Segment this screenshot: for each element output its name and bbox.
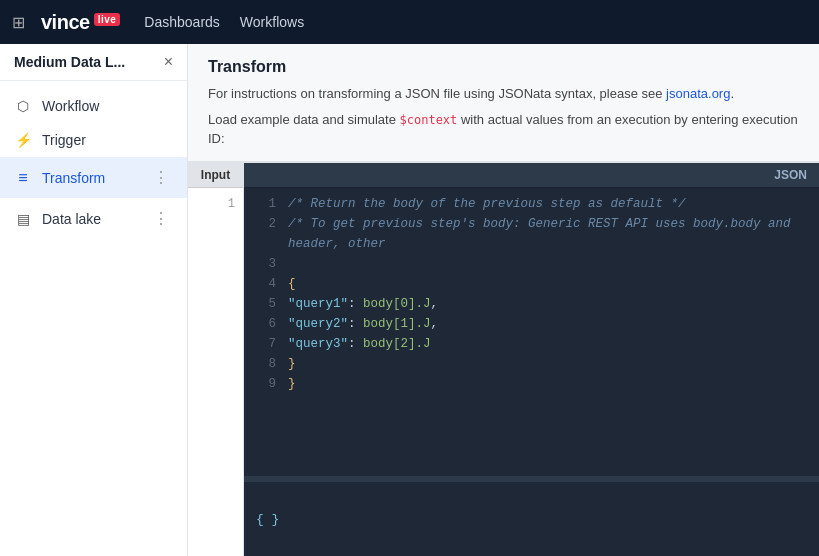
line-number: 4 [248, 274, 276, 294]
sidebar-item-label-transform: Transform [42, 170, 139, 186]
line-number: 2 [248, 214, 276, 254]
line-content: } [288, 354, 296, 374]
panel-header: Transform For instructions on transformi… [188, 44, 819, 162]
panel-desc2-pre: Load example data and simulate [208, 112, 400, 127]
code-line: 3 [244, 254, 819, 274]
editor-code-panel: JSON 1/* Return the body of the previous… [244, 163, 819, 557]
line-content: "query1": body[0].J, [288, 294, 438, 314]
line-content: "query3": body[2].J [288, 334, 431, 354]
line-number: 5 [248, 294, 276, 314]
sidebar-project-title: Medium Data L... [14, 54, 125, 70]
sidebar-item-workflow[interactable]: Workflow [0, 89, 187, 123]
close-button[interactable]: × [164, 54, 173, 70]
workflow-icon [14, 98, 32, 114]
navbar-links: Dashboards Workflows [144, 14, 304, 30]
nav-workflows[interactable]: Workflows [240, 14, 304, 30]
main-content: Transform For instructions on transformi… [188, 44, 819, 556]
editor-output: { } [244, 476, 819, 556]
line-number: 3 [248, 254, 276, 274]
datalake-icon [14, 211, 32, 227]
code-token-key: "query3" [288, 337, 348, 351]
panel-description-1: For instructions on transforming a JSON … [208, 84, 799, 104]
code-token-key: "query1" [288, 297, 348, 311]
logo: vince live [41, 11, 120, 34]
sidebar-item-datalake[interactable]: Data lake ⋮ [0, 198, 187, 239]
code-token-punct: : [348, 337, 363, 351]
line-number: 6 [248, 314, 276, 334]
line-num-1: 1 [188, 194, 235, 214]
code-token-comment: /* Return the body of the previous step … [288, 197, 686, 211]
datalake-menu-icon[interactable]: ⋮ [149, 207, 173, 230]
transform-menu-icon[interactable]: ⋮ [149, 166, 173, 189]
line-number: 8 [248, 354, 276, 374]
transform-panel: Transform For instructions on transformi… [188, 44, 819, 556]
line-number: 9 [248, 374, 276, 394]
sidebar-header: Medium Data L... × [0, 44, 187, 81]
sidebar-item-transform[interactable]: Transform ⋮ [0, 157, 187, 198]
editor-input-panel: Input 1 [188, 163, 244, 557]
code-token-key: "query2" [288, 317, 348, 331]
grid-icon[interactable]: ⊞ [12, 13, 25, 32]
json-header: JSON [244, 163, 819, 188]
panel-desc-text1: For instructions on transforming a JSON … [208, 86, 666, 101]
context-code: $context [400, 113, 458, 127]
sidebar-nav: Workflow Trigger Transform ⋮ Data lake ⋮ [0, 81, 187, 247]
layout: Medium Data L... × Workflow Trigger Tran… [0, 44, 819, 556]
code-token-punct: , [431, 317, 439, 331]
panel-title: Transform [208, 58, 799, 76]
code-line: 1/* Return the body of the previous step… [244, 194, 819, 214]
trigger-icon [14, 132, 32, 148]
transform-icon [14, 169, 32, 187]
logo-live: live [94, 13, 121, 26]
code-token-punct: : [348, 317, 363, 331]
sidebar-item-trigger[interactable]: Trigger [0, 123, 187, 157]
code-token-punct: , [431, 297, 439, 311]
editor-area: Input 1 JSON 1/* Return the body of the … [188, 162, 819, 557]
line-number: 1 [248, 194, 276, 214]
code-token-comment: /* To get previous step's body: Generic … [288, 217, 791, 251]
code-token-brace: { [288, 277, 296, 291]
panel-description-2: Load example data and simulate $context … [208, 110, 799, 161]
code-token-value: body[2].J [363, 337, 431, 351]
code-line: 2/* To get previous step's body: Generic… [244, 214, 819, 254]
code-token-value: body[1].J [363, 317, 431, 331]
line-content: "query2": body[1].J, [288, 314, 438, 334]
code-token-punct: : [348, 297, 363, 311]
code-line: 4{ [244, 274, 819, 294]
line-content: { [288, 274, 296, 294]
code-token-brace: } [288, 377, 296, 391]
input-header: Input [188, 163, 243, 188]
line-content: } [288, 374, 296, 394]
sidebar-item-label-workflow: Workflow [42, 98, 173, 114]
line-number: 7 [248, 334, 276, 354]
code-line: 5 "query1": body[0].J, [244, 294, 819, 314]
code-token-value: body[0].J [363, 297, 431, 311]
sidebar: Medium Data L... × Workflow Trigger Tran… [0, 44, 188, 556]
navbar: ⊞ vince live Dashboards Workflows [0, 0, 819, 44]
code-line: 7 "query3": body[2].J [244, 334, 819, 354]
panel-desc-end: . [730, 86, 734, 101]
code-editor[interactable]: 1/* Return the body of the previous step… [244, 188, 819, 477]
jsonata-link[interactable]: jsonata.org [666, 86, 730, 101]
line-content: /* Return the body of the previous step … [288, 194, 686, 214]
sidebar-item-label-datalake: Data lake [42, 211, 139, 227]
line-content: /* To get previous step's body: Generic … [288, 214, 815, 254]
code-line: 8} [244, 354, 819, 374]
code-line: 9} [244, 374, 819, 394]
logo-vince: vince [41, 11, 90, 34]
line-numbers: 1 [188, 188, 243, 220]
sidebar-item-label-trigger: Trigger [42, 132, 173, 148]
output-content: { } [244, 482, 819, 556]
code-token-brace: } [288, 357, 296, 371]
code-line: 6 "query2": body[1].J, [244, 314, 819, 334]
nav-dashboards[interactable]: Dashboards [144, 14, 220, 30]
